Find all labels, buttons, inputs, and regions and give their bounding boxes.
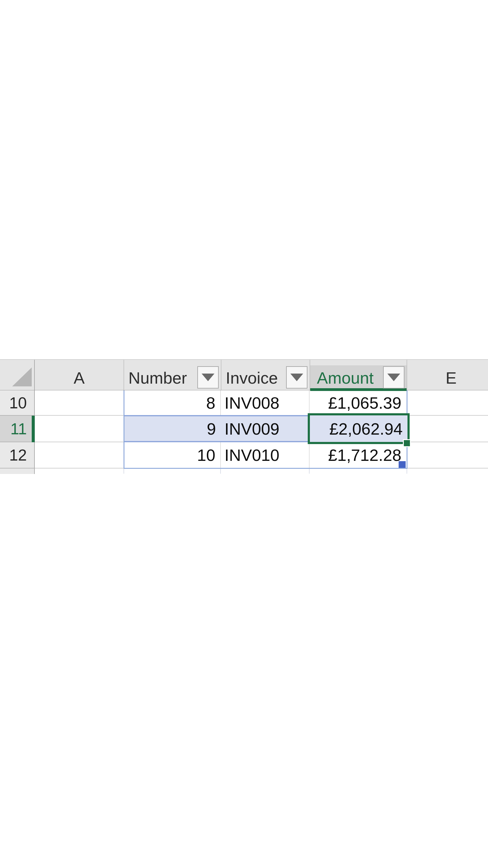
column-header-label: Number — [128, 365, 187, 390]
column-header-e[interactable]: E — [406, 360, 488, 390]
cell-amount-row12[interactable]: £1,712.28 — [310, 442, 406, 468]
cell-invoice-row10[interactable]: INV008 — [221, 390, 310, 415]
column-header-strip: A Number Invoice Amount — [0, 359, 488, 391]
table-row: 10 INV010 £1,712.28 — [124, 442, 406, 468]
dropdown-arrow-icon — [202, 374, 215, 381]
column-header-a[interactable]: A — [35, 360, 124, 390]
table-row: 8 INV008 £1,065.39 — [124, 390, 406, 415]
dropdown-arrow-icon — [290, 374, 303, 381]
fill-handle[interactable] — [403, 439, 411, 447]
column-header-label: E — [407, 365, 488, 390]
column-a-cells — [35, 390, 124, 474]
select-all-corner[interactable] — [0, 360, 35, 390]
column-e-cells — [408, 390, 488, 474]
row-header-11[interactable]: 11 — [0, 416, 34, 442]
cell-e11[interactable] — [408, 416, 488, 442]
gridline — [406, 469, 407, 474]
row-header-12[interactable]: 12 — [0, 442, 34, 468]
select-all-triangle-icon — [12, 368, 32, 386]
column-header-label: A — [35, 365, 124, 390]
cell-a11[interactable] — [35, 416, 124, 442]
column-header-amount[interactable]: Amount — [310, 360, 406, 390]
cell-number-row10[interactable]: 8 — [124, 390, 221, 415]
row-header-partial — [0, 468, 34, 474]
gridline — [220, 469, 221, 474]
cell-invoice-row12[interactable]: INV010 — [221, 442, 310, 468]
gridline — [309, 469, 310, 474]
table-resize-handle[interactable] — [399, 461, 405, 468]
column-header-label: Amount — [317, 365, 373, 390]
cell-number-row12[interactable]: 10 — [124, 442, 221, 468]
cell-a10[interactable] — [35, 390, 124, 416]
row-header-column: 10 11 12 — [0, 390, 35, 474]
cell-e12[interactable] — [408, 442, 488, 468]
spreadsheet-grid: A Number Invoice Amount — [0, 359, 488, 474]
filter-button-amount[interactable] — [383, 366, 404, 389]
cell-number-row11[interactable]: 9 — [124, 416, 221, 441]
active-row-indicator — [32, 416, 35, 442]
active-cell-amount-row11[interactable]: £2,062.94 — [308, 413, 410, 444]
cell-e10[interactable] — [408, 390, 488, 416]
filter-button-invoice[interactable] — [286, 366, 307, 389]
active-column-indicator — [310, 388, 406, 391]
column-header-label: Invoice — [226, 365, 278, 390]
column-header-invoice[interactable]: Invoice — [221, 360, 310, 390]
cell-a12[interactable] — [35, 442, 124, 468]
cell-amount-row10[interactable]: £1,065.39 — [310, 390, 406, 415]
dropdown-arrow-icon — [387, 374, 400, 381]
filter-button-number[interactable] — [197, 366, 219, 389]
row-header-10[interactable]: 10 — [0, 390, 34, 416]
excel-table-region: 8 INV008 £1,065.39 9 INV009 £2,062.94 10… — [124, 390, 408, 469]
screenshot-canvas: A Number Invoice Amount — [0, 0, 488, 868]
gridline — [124, 469, 124, 474]
row-header-label: 11 — [10, 420, 27, 438]
column-header-number[interactable]: Number — [124, 360, 221, 390]
cell-invoice-row11[interactable]: INV009 — [221, 416, 310, 441]
